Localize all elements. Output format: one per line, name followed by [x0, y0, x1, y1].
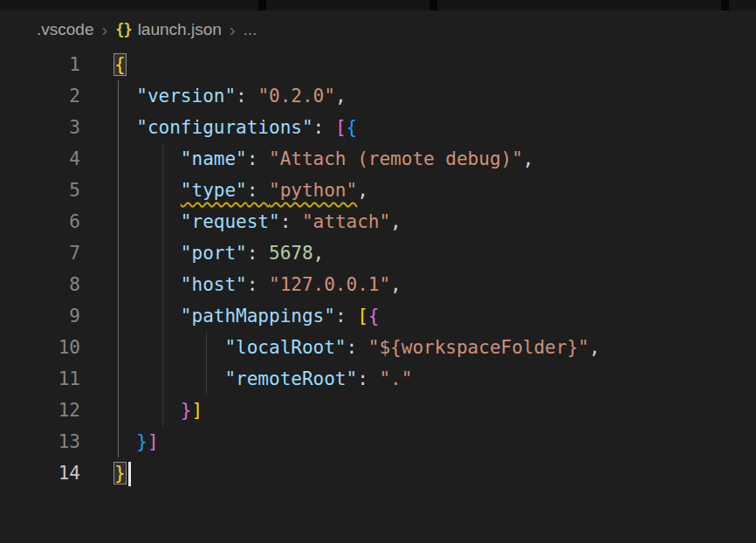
code-token: :	[357, 368, 379, 389]
code-text: {	[80, 49, 126, 80]
line-number[interactable]: 3	[0, 112, 80, 143]
code-line[interactable]: 8 "host": "127.0.0.1",	[0, 269, 756, 300]
code-token: "."	[379, 368, 412, 389]
code-token	[114, 274, 181, 295]
code-token: "localRoot"	[224, 337, 346, 358]
code-line[interactable]: 11 "remoteRoot": "."	[0, 363, 756, 395]
line-number[interactable]: 4	[0, 143, 80, 175]
code-line[interactable]: 13 }]	[0, 426, 756, 457]
code-token: "python"	[269, 180, 357, 201]
code-token: ,	[390, 211, 402, 232]
tab-separator	[258, 0, 266, 10]
code-token	[114, 400, 181, 421]
code-text: "pathMappings": [{	[80, 300, 379, 332]
code-line[interactable]: 2 "version": "0.2.0",	[0, 80, 756, 112]
code-token: "pathMappings"	[181, 306, 335, 326]
line-number[interactable]: 12	[0, 395, 80, 426]
line-number[interactable]: 1	[0, 49, 80, 80]
code-token: :	[247, 148, 269, 169]
code-token	[114, 368, 224, 389]
code-token: "127.0.0.1"	[269, 274, 390, 295]
line-number[interactable]: 9	[0, 300, 80, 332]
code-token: :	[247, 274, 269, 295]
code-text: "remoteRoot": "."	[80, 363, 412, 395]
editor[interactable]: 1{2 "version": "0.2.0",3 "configurations…	[0, 49, 756, 489]
code-text: "host": "127.0.0.1",	[80, 269, 402, 300]
code-token: "Attach (remote debug)"	[269, 148, 523, 169]
code-text: "name": "Attach (remote debug)",	[80, 143, 533, 175]
code-token	[114, 117, 136, 138]
code-token: ,	[313, 243, 325, 264]
matched-bracket: }	[114, 463, 126, 484]
code-token: ,	[390, 274, 402, 295]
code-text: "request": "attach",	[80, 206, 402, 237]
line-number[interactable]: 14	[0, 457, 80, 489]
code-token	[114, 148, 181, 169]
code-token: {	[368, 306, 380, 326]
code-token: "port"	[181, 243, 247, 264]
code-token: "version"	[136, 86, 236, 107]
code-token: 5678	[269, 243, 313, 264]
code-token: :	[247, 180, 269, 201]
code-text: "type": "python",	[80, 175, 368, 206]
breadcrumb: .vscode › {} launch.json › ...	[0, 10, 756, 49]
tab-strip	[0, 0, 756, 10]
code-line[interactable]: 9 "pathMappings": [{	[0, 300, 756, 332]
code-token: }	[136, 431, 148, 452]
code-token: "name"	[181, 148, 247, 169]
line-number[interactable]: 8	[0, 269, 80, 300]
code-token	[114, 211, 181, 232]
code-token: :	[313, 117, 335, 138]
chevron-right-icon: ›	[101, 20, 107, 40]
code-text: "version": "0.2.0",	[80, 80, 347, 112]
code-token	[114, 180, 181, 201]
code-token: ,	[357, 180, 368, 201]
line-number[interactable]: 7	[0, 237, 80, 269]
code-token	[114, 86, 136, 107]
code-token: "configurations"	[136, 117, 313, 138]
code-text: }]	[80, 426, 159, 457]
breadcrumb-folder[interactable]: .vscode	[37, 20, 93, 39]
code-line[interactable]: 4 "name": "Attach (remote debug)",	[0, 143, 756, 175]
code-token: :	[236, 86, 258, 107]
code-token: ]	[192, 400, 203, 421]
code-token: "attach"	[302, 211, 390, 232]
breadcrumb-file[interactable]: launch.json	[138, 20, 222, 39]
code-line[interactable]: 10 "localRoot": "${workspaceFolder}",	[0, 332, 756, 363]
code-line[interactable]: 14}	[0, 457, 756, 489]
code-token: ,	[523, 148, 534, 169]
code-token: "remoteRoot"	[224, 368, 357, 389]
code-line[interactable]: 12 }]	[0, 395, 756, 426]
code-token: :	[247, 243, 269, 264]
code-token: "0.2.0"	[258, 86, 335, 107]
line-number[interactable]: 5	[0, 175, 80, 206]
breadcrumb-symbol-more[interactable]: ...	[243, 20, 257, 39]
code-line[interactable]: 1{	[0, 49, 756, 80]
code-token: ]	[148, 431, 159, 452]
code-line[interactable]: 7 "port": 5678,	[0, 237, 756, 269]
chevron-right-icon: ›	[230, 20, 236, 40]
line-number[interactable]: 10	[0, 332, 80, 363]
code-token: [	[335, 117, 347, 138]
line-number[interactable]: 2	[0, 80, 80, 112]
code-token: }	[181, 400, 192, 421]
code-line[interactable]: 6 "request": "attach",	[0, 206, 756, 237]
code-token	[114, 306, 181, 326]
code-token: [	[357, 306, 368, 326]
code-token	[114, 243, 181, 264]
code-token: {	[347, 117, 358, 138]
code-line[interactable]: 3 "configurations": [{	[0, 112, 756, 143]
line-number[interactable]: 6	[0, 206, 80, 237]
code-token: "${workspaceFolder}"	[368, 337, 589, 358]
line-number[interactable]: 13	[0, 426, 80, 457]
code-token: :	[335, 306, 357, 326]
code-token: ,	[335, 86, 347, 107]
code-token: ,	[589, 337, 601, 358]
code-text: }]	[80, 395, 203, 426]
code-token	[114, 431, 136, 452]
code-token: "request"	[181, 211, 280, 232]
line-number[interactable]: 11	[0, 363, 80, 395]
code-line[interactable]: 5 "type": "python",	[0, 175, 756, 206]
code-token: "type"	[181, 180, 247, 201]
json-file-icon: {}	[115, 21, 131, 38]
